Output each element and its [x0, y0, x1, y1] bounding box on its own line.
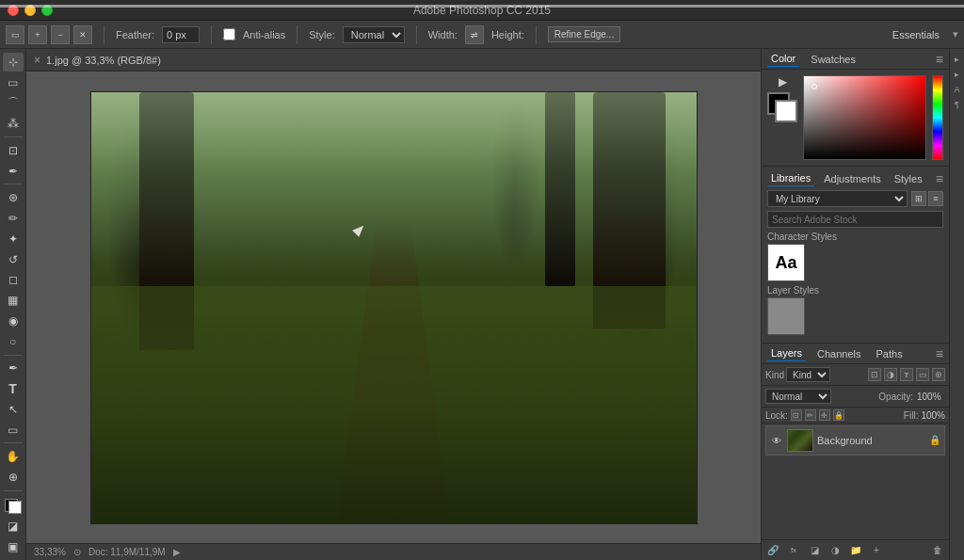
blend-mode-select[interactable]: Normal — [765, 389, 831, 404]
path-selection-tool[interactable]: ↖ — [3, 400, 24, 419]
maximize-button[interactable] — [41, 5, 53, 16]
lock-pixels-btn[interactable]: ✏ — [805, 409, 816, 421]
layer-fx-btn[interactable]: fx — [786, 543, 801, 558]
hand-tool[interactable]: ✋ — [3, 447, 24, 466]
filter-pixel-icon[interactable]: ⊡ — [868, 368, 881, 381]
char-styles-label: Character Styles — [767, 232, 943, 242]
subtract-selection-btn[interactable]: − — [51, 25, 70, 44]
lasso-tool[interactable]: ⌒ — [3, 94, 24, 113]
lock-transparency-btn[interactable]: ⊡ — [791, 409, 802, 421]
adobe-stock-search[interactable] — [767, 211, 943, 228]
strip-icon-1[interactable]: ▸ — [951, 53, 964, 66]
shape-tool[interactable]: ▭ — [3, 421, 24, 440]
channels-tab[interactable]: Channels — [813, 346, 864, 361]
background-color-swatch[interactable] — [775, 100, 797, 122]
zoom-level: 33,33% — [34, 547, 66, 557]
fg-bg-color-swatches[interactable] — [767, 92, 797, 122]
lock-all-btn[interactable]: 🔒 — [833, 409, 844, 421]
marquee-tool[interactable]: ▭ — [3, 73, 24, 92]
close-button[interactable] — [8, 5, 19, 16]
layer-mask-btn[interactable]: ◪ — [807, 543, 822, 558]
opacity-value[interactable]: 100% — [917, 392, 945, 402]
layer-group-btn[interactable]: 📁 — [848, 543, 863, 558]
status-arrow: ▶ — [173, 547, 181, 557]
layer-style-preview[interactable] — [767, 297, 805, 335]
magic-wand-tool[interactable]: ⁂ — [3, 114, 24, 133]
canvas-tab: × 1.jpg @ 33,3% (RGB/8#) — [26, 49, 761, 72]
list-view-btn[interactable]: ≡ — [928, 191, 943, 206]
strip-icon-4[interactable]: ¶ — [951, 98, 964, 111]
filter-type-icon[interactable]: T — [900, 368, 913, 381]
libraries-tab[interactable]: Libraries — [767, 170, 814, 186]
right-collapse-strip: ▸ ▸ A ¶ — [949, 49, 964, 560]
filter-adjust-icon[interactable]: ◑ — [884, 368, 897, 381]
canvas-content[interactable] — [26, 72, 761, 543]
add-selection-btn[interactable]: + — [28, 25, 47, 44]
essentials-dropdown-icon[interactable]: ▾ — [953, 28, 958, 40]
eraser-tool[interactable]: ◻ — [3, 270, 24, 289]
filter-shape-icon[interactable]: ▭ — [916, 368, 929, 381]
layer-adjustment-btn[interactable]: ◑ — [827, 543, 843, 558]
width-height-swap[interactable]: ⇌ — [465, 25, 484, 44]
dodge-tool[interactable]: ○ — [3, 332, 24, 351]
clone-stamp-tool[interactable]: ✦ — [3, 230, 24, 248]
fg-bg-swatch[interactable] — [3, 497, 24, 516]
type-tool[interactable]: T — [3, 379, 24, 398]
pen-tool[interactable]: ✒ — [3, 359, 24, 377]
paths-tab[interactable]: Paths — [873, 346, 907, 361]
feather-input[interactable] — [162, 26, 200, 43]
strip-icon-2[interactable]: ▸ — [951, 68, 964, 81]
refine-edge-button[interactable]: Refine Edge... — [548, 26, 620, 42]
layer-link-btn[interactable]: 🔗 — [765, 543, 780, 558]
tools-panel: ⊹ ▭ ⌒ ⁂ ⊡ ✒ ⊛ ✏ ✦ ↺ ◻ ▦ ◉ ○ ✒ T ↖ ▭ ✋ ⊕ … — [0, 49, 26, 560]
zoom-tool[interactable]: ⊕ — [3, 468, 24, 487]
layer-row[interactable]: 👁 Background 🔒 — [765, 425, 945, 456]
essentials-button[interactable]: Essentials — [887, 27, 945, 42]
brush-tool[interactable]: ✏ — [3, 209, 24, 228]
play-icon[interactable]: ▶ — [779, 75, 787, 88]
canvas-tab-close[interactable]: × — [34, 54, 40, 67]
style-select[interactable]: Normal — [343, 26, 405, 43]
kind-select[interactable]: Kind — [786, 367, 830, 382]
tool-sep-5 — [4, 490, 23, 491]
new-selection-btn[interactable]: ▭ — [6, 25, 24, 44]
minimize-button[interactable] — [24, 5, 36, 16]
strip-icon-3[interactable]: A — [951, 83, 964, 96]
lock-position-btn[interactable]: ✛ — [819, 409, 830, 421]
styles-tab[interactable]: Styles — [891, 171, 926, 186]
adjustments-tab[interactable]: Adjustments — [820, 171, 885, 186]
history-brush-tool[interactable]: ↺ — [3, 250, 24, 269]
layer-delete-btn[interactable]: 🗑 — [930, 543, 945, 558]
quick-mask-toggle[interactable]: ◪ — [3, 518, 24, 536]
crop-tool[interactable]: ⊡ — [3, 141, 24, 160]
screen-mode-toggle[interactable]: ▣ — [3, 537, 24, 556]
layers-tab[interactable]: Layers — [767, 345, 806, 361]
grid-view-btn[interactable]: ⊞ — [911, 191, 926, 206]
library-select[interactable]: My Library — [767, 190, 908, 207]
eyedropper-tool[interactable]: ✒ — [3, 162, 24, 181]
anti-alias-checkbox[interactable] — [223, 28, 235, 40]
hue-slider[interactable] — [932, 75, 943, 160]
spot-heal-tool[interactable]: ⊛ — [3, 188, 24, 207]
layers-panel-menu[interactable]: ≡ — [936, 346, 943, 361]
layer-visibility-toggle[interactable]: 👁 — [770, 434, 783, 447]
lib-panel-menu[interactable]: ≡ — [936, 171, 943, 186]
gradient-tool[interactable]: ▦ — [3, 291, 24, 310]
filter-smart-icon[interactable]: ⊛ — [932, 368, 945, 381]
kind-label: Kind — [765, 370, 784, 380]
layer-new-btn[interactable]: + — [869, 543, 884, 558]
blur-tool[interactable]: ◉ — [3, 312, 24, 330]
color-panel-menu[interactable]: ≡ — [936, 52, 943, 67]
char-style-preview[interactable]: Aa — [767, 244, 805, 281]
fill-value[interactable]: 100% — [921, 410, 945, 421]
window-controls[interactable] — [8, 5, 53, 16]
lib-tabs: Libraries Adjustments Styles ≡ — [767, 170, 943, 186]
color-gradient-picker[interactable] — [803, 75, 926, 160]
swatches-tab[interactable]: Swatches — [807, 52, 860, 67]
tool-sep-3 — [4, 355, 23, 356]
background-color[interactable] — [8, 501, 22, 514]
color-tab[interactable]: Color — [767, 51, 799, 67]
status-icon: ⊙ — [73, 547, 81, 557]
intersect-selection-btn[interactable]: ✕ — [73, 25, 92, 44]
move-tool[interactable]: ⊹ — [3, 53, 24, 72]
